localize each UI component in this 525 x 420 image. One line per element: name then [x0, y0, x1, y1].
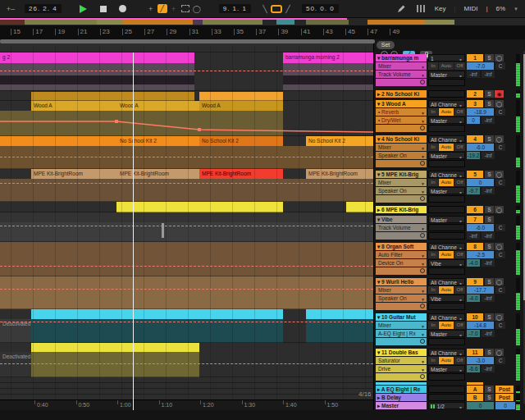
midi-channel-chooser[interactable]: All Channe▼: [428, 171, 465, 178]
pan-knob-box[interactable]: C: [495, 179, 505, 186]
master-volume-box[interactable]: 0: [495, 402, 515, 409]
time-ruler[interactable]: 0:400:501:001:101:201:301:401:50: [0, 399, 373, 410]
automation-line[interactable]: [0, 43, 373, 413]
arm-record-button[interactable]: ◯: [495, 349, 504, 356]
device-chooser[interactable]: Track Volume▼: [376, 71, 427, 78]
lane-circle-icon[interactable]: [420, 196, 425, 201]
volume-value-box[interactable]: -3.0: [467, 357, 494, 364]
lane-circle-icon[interactable]: [420, 126, 425, 130]
monitor-in-button[interactable]: In: [428, 108, 438, 116]
arm-record-button[interactable]: ◯: [495, 278, 504, 285]
track-number-box[interactable]: 2: [467, 90, 483, 98]
automation-value-box[interactable]: -inf: [482, 187, 495, 194]
device-chooser[interactable]: Mixer▼: [376, 144, 427, 151]
monitor-auto-button[interactable]: Auto: [439, 322, 454, 329]
device-chooser[interactable]: Track Volume▼: [376, 224, 427, 231]
tempo-follower-icon[interactable]: +‒: [5, 4, 16, 14]
midi-channel-chooser[interactable]: 1▼: [428, 54, 465, 62]
automation-value-box[interactable]: -7.0: [467, 330, 480, 337]
device-chooser[interactable]: Speaker On▼: [376, 152, 427, 159]
device-chooser[interactable]: Speaker On▼: [376, 187, 427, 194]
arm-record-button[interactable]: ◉: [495, 90, 504, 98]
pan-knob-box[interactable]: C: [495, 357, 505, 364]
midi-channel-chooser[interactable]: All Channe▼: [428, 243, 465, 250]
volume-value-box[interactable]: -17.7: [467, 286, 494, 294]
automation-value-box[interactable]: -inf: [482, 232, 495, 240]
stop-button[interactable]: [98, 4, 109, 14]
output-chooser[interactable]: Master▼: [428, 71, 465, 78]
cpu-dropdown-arrow-icon[interactable]: ▼: [514, 7, 518, 11]
volume-value-box[interactable]: -14.8: [467, 322, 494, 329]
device-chooser[interactable]: Drive▼: [376, 365, 427, 372]
monitor-off-button[interactable]: Off: [454, 286, 465, 294]
midi-channel-chooser[interactable]: All Channe▼: [428, 313, 465, 321]
track-number-box[interactable]: 5: [467, 171, 483, 178]
add-automation-lane-row[interactable]: [376, 232, 427, 240]
re-enable-automation-button[interactable]: +: [168, 4, 180, 14]
solo-button[interactable]: S: [485, 313, 494, 321]
midi-channel-chooser[interactable]: All Channe▼: [428, 100, 465, 107]
track-12-partial[interactable]: [376, 382, 427, 385]
automation-value-box[interactable]: -9.7: [467, 187, 480, 194]
track-number-box[interactable]: 11: [467, 349, 483, 356]
lane-circle-icon[interactable]: [420, 268, 425, 273]
track-number-box[interactable]: 8: [467, 243, 483, 250]
play-button[interactable]: [78, 4, 89, 14]
automation-arm-button[interactable]: ╱: [157, 4, 168, 14]
pan-knob-box[interactable]: C: [495, 224, 505, 231]
arrangement-overview[interactable]: H W: [0, 18, 525, 25]
cue-volume-box[interactable]: 0: [467, 402, 494, 409]
post-toggle[interactable]: Post: [495, 394, 514, 401]
set-button[interactable]: Set: [377, 41, 395, 49]
lane-circle-icon[interactable]: [420, 80, 425, 84]
track-header-2[interactable]: ▸ 2 No School Ki: [376, 90, 427, 98]
add-automation-lane-row[interactable]: [376, 195, 427, 203]
automation-value-box[interactable]: -4.0: [467, 259, 480, 267]
lane-circle-icon[interactable]: [420, 304, 425, 308]
automation-value-box[interactable]: -inf: [482, 365, 495, 372]
track-number-box[interactable]: 6: [467, 206, 483, 213]
add-automation-lane-row[interactable]: [376, 125, 427, 132]
monitor-off-button[interactable]: Off: [454, 62, 465, 70]
monitor-auto-button[interactable]: Auto: [439, 357, 454, 364]
loop-length-field[interactable]: 50. 0. 0: [302, 4, 339, 13]
monitor-auto-button[interactable]: Auto: [439, 144, 454, 151]
automation-value-box[interactable]: -6.6: [467, 365, 480, 372]
track-header-6[interactable]: ▸ 6 MPE Kit-Brig: [376, 206, 427, 213]
add-automation-lane-row[interactable]: [376, 267, 427, 275]
arm-record-button[interactable]: ◯: [495, 100, 504, 107]
key-map-button[interactable]: Key: [435, 5, 446, 12]
track-number-box[interactable]: 1: [467, 54, 483, 62]
beat-time-ruler[interactable]: 151719212325272931333537394143454749: [0, 25, 525, 39]
add-automation-lane-row[interactable]: [376, 160, 427, 167]
arm-record-button[interactable]: ◯: [495, 54, 504, 62]
track-header-9[interactable]: ▾ 9 Wurli Hello: [376, 278, 427, 285]
highlight-grid-icon[interactable]: [415, 4, 427, 14]
track-header-11[interactable]: ▾ 11 Double Bas: [376, 349, 427, 356]
loop-brace[interactable]: [0, 39, 375, 43]
device-chooser[interactable]: Mixer▼: [376, 62, 427, 70]
output-chooser[interactable]: Master▼: [428, 187, 465, 194]
monitor-off-button[interactable]: Off: [454, 108, 465, 116]
track-header-10[interactable]: ▾ 10 Guitar Mut: [376, 313, 427, 321]
device-chooser[interactable]: Speaker On▼: [376, 294, 427, 302]
automation-value-box[interactable]: -inf: [467, 232, 480, 240]
device-chooser[interactable]: Saturator▼: [376, 357, 427, 364]
arm-record-button[interactable]: ◯: [495, 206, 504, 213]
monitor-in-button[interactable]: In: [428, 357, 438, 364]
monitor-auto-button[interactable]: Auto: [439, 62, 454, 70]
device-chooser[interactable]: • Dry/Wet▼: [376, 116, 427, 124]
track-header-4[interactable]: ▾ 4 No School Ki: [376, 135, 427, 143]
solo-button[interactable]: S: [485, 100, 494, 107]
automation-value-box[interactable]: -inf: [482, 294, 495, 302]
pan-knob-box[interactable]: C: [495, 322, 505, 329]
record-button[interactable]: [117, 4, 129, 14]
midi-channel-chooser[interactable]: All Channe▼: [428, 135, 465, 143]
track-number-box[interactable]: 4: [467, 135, 483, 143]
device-chooser[interactable]: Mixer▼: [376, 286, 427, 294]
loop-start-field[interactable]: 9. 1. 1: [219, 4, 251, 13]
solo-button[interactable]: S: [485, 216, 494, 223]
solo-button[interactable]: S: [485, 386, 494, 393]
volume-value-box[interactable]: -6.0: [467, 224, 494, 231]
output-chooser[interactable]: Master▼: [428, 152, 465, 159]
